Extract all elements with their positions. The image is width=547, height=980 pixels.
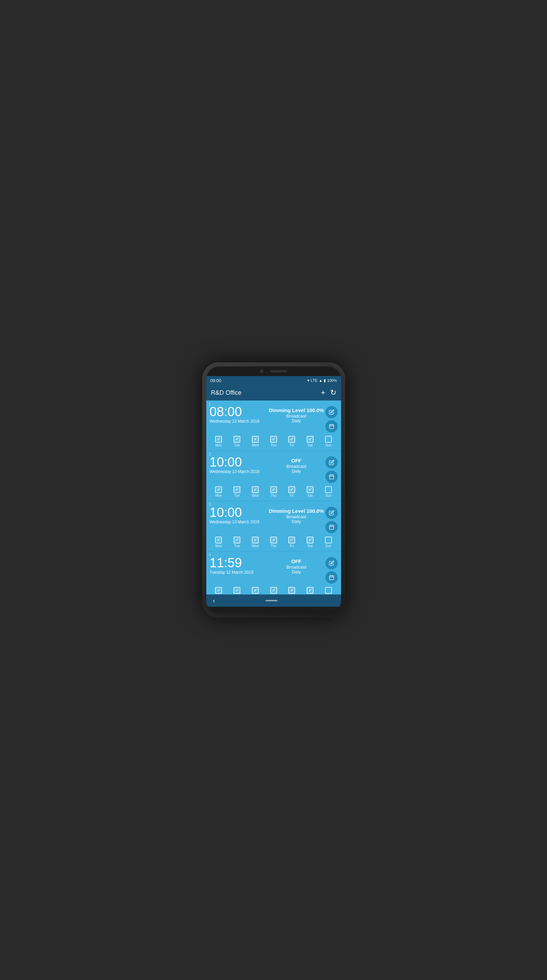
- item-status-1: Dimming Level 100.0%: [268, 407, 325, 414]
- day-checkbox-sun[interactable]: [325, 486, 332, 493]
- day-checkbox-fri[interactable]: [288, 436, 295, 443]
- day-checkbox-wed[interactable]: [252, 587, 259, 594]
- screen: 09:00 ▾ LTE ▲ ▮ 100% R&D Office + ↻: [206, 376, 341, 607]
- svg-rect-18: [330, 576, 333, 580]
- battery-percent: 100%: [327, 379, 336, 382]
- schedule-item-3: 3 10:00 Wednesday 13 March 2019 Dimming …: [206, 501, 341, 552]
- day-label-mon: Mon: [215, 544, 222, 548]
- day-checkbox-sat[interactable]: [307, 587, 314, 594]
- day-label-wed: Wed: [252, 544, 259, 548]
- edit-button-1[interactable]: [325, 406, 338, 418]
- day-checkbox-fri[interactable]: [288, 587, 295, 594]
- calendar-button-4[interactable]: [325, 571, 338, 584]
- day-checkbox-tue[interactable]: [233, 436, 240, 443]
- day-checkbox-wed[interactable]: [252, 436, 259, 443]
- item-right-4: [325, 556, 338, 584]
- day-checkbox-mon[interactable]: [215, 436, 222, 443]
- phone-frame: 09:00 ▾ LTE ▲ ▮ 100% R&D Office + ↻: [202, 363, 345, 617]
- day-checkbox-sat[interactable]: [307, 436, 314, 443]
- svg-line-11: [332, 477, 333, 477]
- day-item-mon: Mon: [215, 537, 222, 548]
- day-checkbox-sun[interactable]: [325, 537, 332, 543]
- item-date-1: Wednesday 13 March 2019: [210, 419, 268, 424]
- item-center-2: OFF Broadcast Daily: [268, 456, 325, 474]
- day-item-mon: Mon: [215, 587, 222, 595]
- day-item-sat: Sat: [307, 486, 314, 498]
- item-broadcast-1: Broadcast: [268, 414, 325, 418]
- day-item-fri: Fri: [288, 436, 295, 447]
- day-checkbox-mon[interactable]: [215, 486, 222, 493]
- day-item-mon: Mon: [215, 486, 222, 498]
- day-item-sat: Sat: [307, 436, 314, 447]
- day-label-tue: Tue: [234, 544, 240, 548]
- day-checkbox-fri[interactable]: [288, 486, 295, 493]
- edit-button-3[interactable]: [325, 507, 338, 519]
- day-checkbox-mon[interactable]: [215, 537, 222, 543]
- day-checkbox-tue[interactable]: [233, 537, 240, 543]
- day-label-wed: Wed: [252, 443, 259, 447]
- day-item-tue: Tue: [233, 486, 240, 498]
- edit-button-4[interactable]: [325, 557, 338, 569]
- day-checkbox-thu[interactable]: [270, 436, 277, 443]
- day-label-thu: Thu: [271, 443, 276, 447]
- day-item-fri: Fri: [288, 587, 295, 595]
- item-frequency-2: Daily: [268, 469, 325, 474]
- item-main-row-4: 11:59 Tuesday 12 March 2019 OFF Broadcas…: [210, 556, 338, 584]
- day-label-mon: Mon: [215, 443, 222, 447]
- battery-icon: ▮: [324, 379, 326, 383]
- svg-line-17: [332, 527, 333, 528]
- back-button[interactable]: ‹: [213, 597, 215, 605]
- item-time-4: 11:59: [210, 556, 268, 569]
- day-label-tue: Tue: [234, 494, 240, 498]
- app-title: R&D Office: [211, 389, 242, 396]
- day-item-sat: Sat: [307, 587, 314, 595]
- day-checkbox-mon[interactable]: [215, 587, 222, 594]
- item-number-3: 3: [209, 503, 211, 506]
- day-item-wed: Wed: [252, 587, 259, 595]
- item-broadcast-4: Broadcast: [268, 565, 325, 570]
- item-main-row-3: 10:00 Wednesday 13 March 2019 Dimming Le…: [210, 506, 338, 533]
- day-checkbox-tue[interactable]: [233, 587, 240, 594]
- svg-line-23: [332, 578, 333, 578]
- phone-top-bar: [206, 366, 341, 376]
- day-item-fri: Fri: [288, 486, 295, 498]
- day-checkbox-thu[interactable]: [270, 537, 277, 543]
- day-item-thu: Thu: [270, 436, 277, 447]
- calendar-button-2[interactable]: [325, 471, 338, 483]
- edit-button-2[interactable]: [325, 456, 338, 469]
- day-checkbox-sun[interactable]: [325, 587, 332, 594]
- days-row-3: Mon Tue Wed Thu Fri Sat Sun: [210, 535, 338, 549]
- camera: [260, 369, 263, 373]
- phone-bottom-bar: [206, 607, 341, 614]
- day-checkbox-sun[interactable]: [325, 436, 332, 443]
- day-checkbox-thu[interactable]: [270, 587, 277, 594]
- item-left-1: 08:00 Wednesday 13 March 2019: [210, 405, 268, 424]
- day-checkbox-tue[interactable]: [233, 486, 240, 493]
- day-item-thu: Thu: [270, 587, 277, 595]
- day-checkbox-sat[interactable]: [307, 486, 314, 493]
- calendar-button-1[interactable]: [325, 420, 338, 433]
- home-indicator[interactable]: [265, 600, 277, 601]
- day-checkbox-wed[interactable]: [252, 486, 259, 493]
- day-item-sun: Sun: [325, 537, 332, 548]
- days-row-1: Mon Tue Wed Thu Fri Sat Sun: [210, 434, 338, 449]
- day-checkbox-sat[interactable]: [307, 537, 314, 543]
- item-number-2: 2: [209, 452, 211, 456]
- add-button[interactable]: +: [321, 389, 325, 396]
- day-label-mon: Mon: [215, 494, 222, 498]
- refresh-button[interactable]: ↻: [330, 389, 336, 396]
- schedule-item-4: 4 11:59 Tuesday 12 March 2019 OFF Broadc…: [206, 552, 341, 595]
- item-time-3: 10:00: [210, 506, 268, 519]
- day-item-mon: Mon: [215, 436, 222, 447]
- day-checkbox-wed[interactable]: [252, 537, 259, 543]
- day-label-fri: Fri: [290, 544, 294, 548]
- day-label-sat: Sat: [307, 544, 313, 548]
- item-number-4: 4: [209, 553, 211, 557]
- day-checkbox-fri[interactable]: [288, 537, 295, 543]
- item-center-1: Dimming Level 100.0% Broadcast Daily: [268, 405, 325, 423]
- day-checkbox-thu[interactable]: [270, 486, 277, 493]
- calendar-button-3[interactable]: [325, 521, 338, 533]
- status-bar: 09:00 ▾ LTE ▲ ▮ 100%: [206, 376, 341, 385]
- item-left-3: 10:00 Wednesday 13 March 2019: [210, 506, 268, 524]
- day-label-sun: Sun: [325, 544, 332, 548]
